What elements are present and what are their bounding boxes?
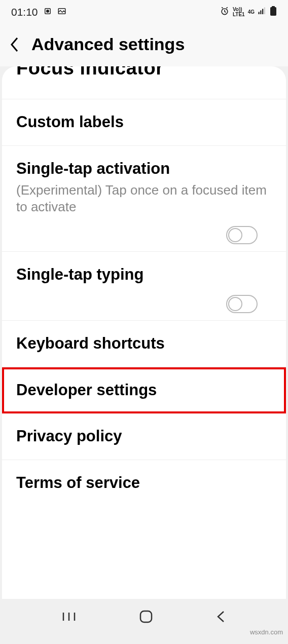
setting-label: Single-tap activation xyxy=(16,159,272,179)
svg-rect-9 xyxy=(272,6,275,8)
toggle-single-tap-activation[interactable] xyxy=(226,226,258,244)
alarm-clock-icon xyxy=(220,6,230,18)
svg-point-1 xyxy=(46,10,49,13)
setting-terms-of-service[interactable]: Terms of service xyxy=(2,460,286,506)
svg-rect-6 xyxy=(262,9,263,15)
svg-rect-8 xyxy=(270,7,276,16)
watermark: wsxdn.com xyxy=(250,628,283,636)
recents-button[interactable] xyxy=(61,611,77,625)
page-title: Advanced settings xyxy=(31,34,185,54)
setting-label: Terms of service xyxy=(16,473,272,493)
setting-single-tap-typing[interactable]: Single-tap typing xyxy=(2,252,286,320)
svg-rect-13 xyxy=(140,611,152,622)
toggle-knob xyxy=(228,228,242,242)
setting-privacy-policy[interactable]: Privacy policy xyxy=(2,413,286,460)
status-time: 01:10 xyxy=(11,6,38,18)
toggle-single-tap-typing[interactable] xyxy=(226,295,258,313)
picture-icon xyxy=(57,7,66,18)
setting-focus-indicator[interactable]: Focus indicator xyxy=(2,66,286,99)
svg-rect-5 xyxy=(260,11,261,15)
setting-custom-labels[interactable]: Custom labels xyxy=(2,99,286,146)
volte-indicator: Vo)) LTE1 xyxy=(233,7,245,17)
setting-label: Privacy policy xyxy=(16,427,272,446)
svg-rect-4 xyxy=(259,12,260,15)
svg-rect-7 xyxy=(264,8,265,15)
navigation-bar xyxy=(0,605,288,630)
signal-icon xyxy=(258,7,267,18)
setting-label: Developer settings xyxy=(16,381,272,400)
back-nav-button[interactable] xyxy=(215,610,227,626)
setting-label: Keyboard shortcuts xyxy=(16,334,272,354)
setting-label: Single-tap typing xyxy=(16,265,272,285)
setting-label: Focus indicator xyxy=(16,66,272,78)
setting-label: Custom labels xyxy=(16,112,272,132)
setting-description: (Experimental) Tap once on a focused ite… xyxy=(16,182,272,216)
header: Advanced settings xyxy=(0,24,288,66)
alarm-icon xyxy=(43,7,52,18)
network-type-indicator: 4G xyxy=(248,10,255,15)
status-right: Vo)) LTE1 4G xyxy=(220,6,277,18)
settings-list: Focus indicator Custom labels Single-tap… xyxy=(2,66,286,599)
setting-single-tap-activation[interactable]: Single-tap activation (Experimental) Tap… xyxy=(2,146,286,251)
battery-icon xyxy=(270,6,277,18)
home-button[interactable] xyxy=(139,610,153,626)
status-left: 01:10 xyxy=(11,6,66,18)
status-bar: 01:10 Vo)) LTE1 4G xyxy=(0,0,288,24)
setting-keyboard-shortcuts[interactable]: Keyboard shortcuts xyxy=(2,321,286,367)
toggle-knob xyxy=(228,297,242,311)
setting-developer-settings[interactable]: Developer settings xyxy=(2,367,286,414)
back-button[interactable] xyxy=(8,38,21,51)
